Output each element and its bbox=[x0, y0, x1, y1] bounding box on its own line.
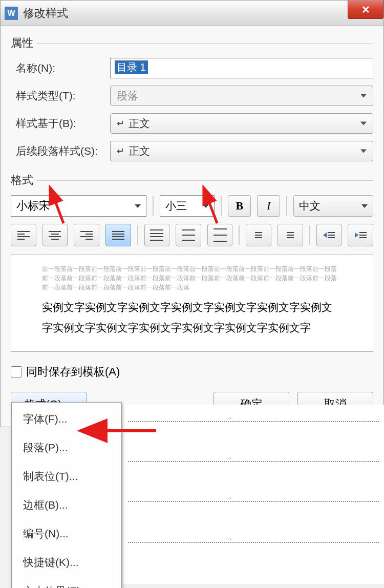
dialog-body: 属性 名称(N): 目录 1 样式类型(T): 段落 样式基于(B): ↵ 正文… bbox=[1, 26, 383, 427]
modify-style-dialog: W 修改样式 ✕ 属性 名称(N): 目录 1 样式类型(T): 段落 样式基于… bbox=[0, 0, 384, 427]
next-style-label: 后续段落样式(S): bbox=[11, 144, 103, 158]
align-justify-button[interactable] bbox=[105, 224, 131, 246]
menu-item-numbering[interactable]: 编号(N)... bbox=[12, 519, 121, 548]
align-right-button[interactable] bbox=[74, 224, 99, 246]
align-justify-icon bbox=[112, 231, 124, 240]
tab-arrow-icon: → bbox=[225, 454, 232, 462]
dialog-title: 修改样式 bbox=[23, 6, 68, 21]
decrease-indent-icon bbox=[323, 232, 335, 238]
preview-context-text: 前一段落前一段落前一段落前一段落前一段落前一段落前一段落前一段落前一段落前一段落… bbox=[42, 264, 342, 292]
properties-section-label: 属性 bbox=[11, 35, 373, 51]
return-icon: ↵ bbox=[117, 145, 124, 157]
separator bbox=[153, 196, 154, 216]
format-section-label: 格式 bbox=[11, 173, 373, 188]
preview-sample-text: 实例文字实例文字实例文字实例文字实例文字实例文字实例文字实例文字实例文字实例文字… bbox=[42, 297, 342, 338]
decrease-indent-button[interactable] bbox=[316, 224, 342, 246]
italic-button[interactable]: I bbox=[257, 195, 280, 217]
next-style-combo[interactable]: ↵ 正文 bbox=[110, 141, 373, 161]
return-icon: ↵ bbox=[117, 118, 124, 129]
separator bbox=[286, 196, 287, 216]
font-size-combo[interactable]: 小三 bbox=[160, 195, 215, 217]
name-label: 名称(N): bbox=[11, 61, 103, 75]
para-space-after-button[interactable] bbox=[278, 224, 303, 246]
language-combo[interactable]: 中文 bbox=[293, 195, 373, 217]
chevron-down-icon bbox=[360, 122, 367, 125]
align-center-icon bbox=[49, 231, 61, 240]
increase-indent-icon bbox=[355, 232, 367, 238]
chevron-down-icon bbox=[360, 94, 367, 98]
document-background bbox=[123, 405, 384, 584]
chevron-down-icon bbox=[361, 204, 368, 208]
tab-arrow-icon: → bbox=[225, 535, 232, 543]
tab-arrow-icon: → bbox=[225, 494, 232, 502]
separator bbox=[137, 225, 138, 245]
titlebar: W 修改样式 ✕ bbox=[1, 1, 383, 26]
dotted-line bbox=[128, 542, 379, 543]
save-to-template-label: 同时保存到模板(A) bbox=[26, 364, 120, 380]
chevron-down-icon bbox=[360, 150, 367, 153]
separator bbox=[221, 196, 222, 216]
menu-item-font[interactable]: 字体(F)... bbox=[12, 405, 121, 433]
increase-indent-button[interactable] bbox=[348, 224, 373, 246]
space-after-icon bbox=[287, 232, 294, 238]
align-center-button[interactable] bbox=[42, 224, 68, 246]
name-value: 目录 1 bbox=[115, 60, 148, 74]
chevron-down-icon bbox=[135, 204, 141, 208]
space-before-icon bbox=[255, 232, 262, 238]
align-left-icon bbox=[17, 231, 30, 240]
menu-item-paragraph[interactable]: 段落(P)... bbox=[12, 433, 121, 462]
spacing-loose-icon bbox=[214, 228, 227, 242]
para-space-before-button[interactable] bbox=[246, 224, 271, 246]
style-type-label: 样式类型(T): bbox=[11, 89, 103, 103]
name-input[interactable]: 目录 1 bbox=[110, 58, 373, 78]
style-type-combo: 段落 bbox=[110, 86, 373, 106]
save-to-template-checkbox[interactable] bbox=[11, 366, 22, 377]
bold-button[interactable]: B bbox=[228, 195, 251, 217]
menu-item-shortcut[interactable]: 快捷键(K)... bbox=[12, 548, 121, 577]
chevron-down-icon bbox=[203, 204, 209, 208]
line-spacing-normal-button[interactable] bbox=[176, 224, 201, 246]
line-spacing-loose-button[interactable] bbox=[207, 224, 233, 246]
format-dropdown-menu: 字体(F)... 段落(P)... 制表位(T)... 边框(B)... 编号(… bbox=[11, 402, 122, 588]
menu-item-tabs[interactable]: 制表位(T)... bbox=[12, 462, 121, 491]
dotted-line bbox=[128, 501, 379, 502]
app-icon: W bbox=[5, 7, 18, 20]
close-button[interactable]: ✕ bbox=[348, 1, 383, 19]
spacing-normal-icon bbox=[182, 229, 195, 241]
based-on-combo[interactable]: ↵ 正文 bbox=[110, 113, 373, 134]
line-spacing-tight-button[interactable] bbox=[144, 224, 170, 246]
separator bbox=[239, 225, 240, 245]
dotted-line bbox=[128, 461, 379, 462]
separator bbox=[309, 225, 310, 245]
based-on-label: 样式基于(B): bbox=[11, 116, 103, 131]
dotted-line bbox=[128, 421, 379, 422]
font-combo[interactable]: 小标宋 bbox=[11, 195, 146, 217]
align-right-icon bbox=[80, 231, 93, 240]
align-left-button[interactable] bbox=[11, 224, 36, 246]
preview-box: 前一段落前一段落前一段落前一段落前一段落前一段落前一段落前一段落前一段落前一段落… bbox=[11, 255, 373, 352]
close-icon: ✕ bbox=[361, 4, 370, 16]
tab-arrow-icon: → bbox=[225, 414, 232, 422]
spacing-tight-icon bbox=[150, 229, 163, 241]
menu-item-border[interactable]: 边框(B)... bbox=[12, 491, 121, 519]
menu-item-text-effect[interactable]: 文本效果(E)... bbox=[12, 577, 121, 588]
